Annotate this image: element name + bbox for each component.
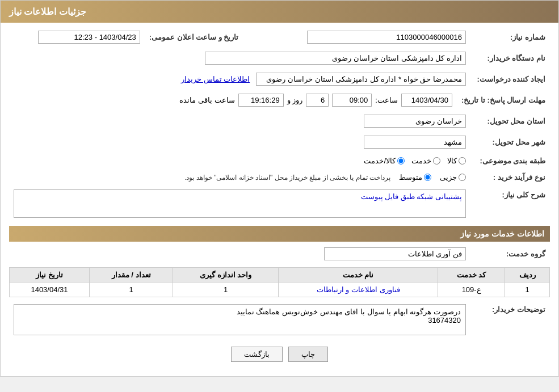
buyer-notes-label: توضیحات خریدار: bbox=[470, 302, 550, 338]
need-number-value: 1103000046000016 bbox=[266, 28, 471, 46]
deadline-time-label: ساعت: bbox=[375, 96, 398, 104]
col-service-name: نام خدمت bbox=[279, 268, 438, 283]
purchase-type-row: جزیی متوسط پرداخت تمام یا بخشی از مبلغ خ… bbox=[9, 171, 470, 184]
announce-label: تاریخ و ساعت اعلان عمومی: bbox=[145, 28, 243, 46]
cell-service-name: فناوری اطلاعات و ارتباطات bbox=[279, 283, 438, 297]
category-radios: کالا خدمت کالا/خدمت bbox=[9, 154, 470, 167]
print-button[interactable]: چاپ bbox=[288, 347, 328, 362]
page-wrapper: جزئیات اطلاعات نیاز شماره نیاز: 11030000… bbox=[0, 0, 559, 377]
buyer-notes-box: درصورت هرگونه ابهام یا سوال با اقای مهند… bbox=[14, 304, 466, 335]
announce-value: 1403/04/23 - 12:23 bbox=[9, 28, 145, 46]
buyer-org-value: اداره کل دامپزشکی استان خراسان رضوی bbox=[9, 49, 470, 67]
radio-jazei-input[interactable] bbox=[459, 174, 466, 181]
col-date: تاریخ نیاز bbox=[10, 268, 90, 283]
info-table-top: شماره نیاز: 1103000046000016 تاریخ و ساع… bbox=[9, 28, 550, 46]
back-button[interactable]: بازگشت bbox=[231, 347, 283, 362]
page-header: جزئیات اطلاعات نیاز bbox=[1, 1, 558, 23]
info-table-description: شرح کلی نیاز: پشتیبانی شبکه طبق فایل پیو… bbox=[9, 187, 550, 220]
col-service-code: کد خدمت bbox=[438, 268, 505, 283]
description-box: پشتیبانی شبکه طبق فایل پیوست bbox=[14, 189, 466, 218]
group-service-label: گروه خدمت: bbox=[470, 245, 550, 263]
description-value: پشتیبانی شبکه طبق فایل پیوست bbox=[9, 187, 470, 220]
col-unit: واحد اندازه گیری bbox=[173, 268, 279, 283]
radio-kala-input[interactable] bbox=[459, 157, 466, 165]
cell-service-code: ع-109 bbox=[438, 283, 505, 297]
info-table-province: استان محل تحویل: خراسان رضوی bbox=[9, 112, 550, 130]
info-table-city: شهر محل تحویل: مشهد bbox=[9, 133, 550, 151]
services-section-title: اطلاعات خدمات مورد نیاز bbox=[9, 226, 550, 242]
main-content: شماره نیاز: 1103000046000016 تاریخ و ساع… bbox=[1, 23, 558, 376]
purchase-type-label: نوع فرآیند خرید : bbox=[470, 171, 550, 184]
cell-date: 1403/04/31 bbox=[10, 283, 90, 297]
page-title: جزئیات اطلاعات نیاز bbox=[9, 7, 86, 16]
table-row: 1 ع-109 فناوری اطلاعات و ارتباطات 1 1 14… bbox=[10, 283, 550, 297]
province-value: خراسان رضوی bbox=[9, 112, 470, 130]
info-table-creator: ایجاد کننده درخواست: محمدرضا حق خواه * ا… bbox=[9, 70, 550, 88]
need-number-label: شماره نیاز: bbox=[470, 28, 550, 46]
info-table-deadline: مهلت ارسال پاسخ: تا تاریخ: 1403/04/30 سا… bbox=[9, 91, 550, 109]
info-table-purchase-type: نوع فرآیند خرید : جزیی متوسط پرداخت تمام… bbox=[9, 171, 550, 184]
radio-kala-khadamat-input[interactable] bbox=[397, 157, 405, 165]
footer-buttons: چاپ بازگشت bbox=[9, 341, 550, 370]
buyer-org-label: نام دستگاه خریدار: bbox=[470, 49, 550, 67]
creator-value: محمدرضا حق خواه * اداره کل دامپزشکی استا… bbox=[9, 70, 470, 88]
info-table-buyer: نام دستگاه خریدار: اداره کل دامپزشکی است… bbox=[9, 49, 550, 67]
cell-quantity: 1 bbox=[89, 283, 173, 297]
buyer-notes-value: درصورت هرگونه ابهام یا سوال با اقای مهند… bbox=[9, 302, 470, 338]
group-service-value: فن آوری اطلاعات bbox=[9, 245, 470, 263]
radio-jazei: جزیی bbox=[440, 173, 466, 182]
creator-label: ایجاد کننده درخواست: bbox=[470, 70, 550, 88]
info-table-category: طبقه بندی موضوعی: کالا خدمت bbox=[9, 154, 550, 167]
deadline-remaining-label: ساعت باقی مانده bbox=[179, 96, 234, 104]
radio-khadamat-input[interactable] bbox=[433, 157, 440, 165]
radio-kala-khadamat: کالا/خدمت bbox=[364, 157, 405, 165]
deadline-label: مهلت ارسال پاسخ: تا تاریخ: bbox=[457, 91, 550, 109]
info-table-group-service: گروه خدمت: فن آوری اطلاعات bbox=[9, 245, 550, 263]
creator-contact-link[interactable]: اطلاعات تماس خریدار bbox=[181, 75, 250, 83]
purchase-type-desc: پرداخت تمام یا بخشی از مبلغ خریداز محل "… bbox=[184, 174, 390, 182]
radio-motavaset: متوسط bbox=[399, 173, 431, 182]
info-table-buyer-notes: توضیحات خریدار: درصورت هرگونه ابهام یا س… bbox=[9, 302, 550, 338]
cell-row-num: 1 bbox=[505, 283, 550, 297]
radio-khadamat: خدمت bbox=[411, 157, 440, 165]
city-label: شهر محل تحویل: bbox=[470, 133, 550, 151]
radio-motavaset-input[interactable] bbox=[424, 174, 431, 181]
city-value: مشهد bbox=[9, 133, 470, 151]
province-label: استان محل تحویل: bbox=[470, 112, 550, 130]
services-table: ردیف کد خدمت نام خدمت واحد اندازه گیری ت… bbox=[9, 267, 550, 297]
category-label: طبقه بندی موضوعی: bbox=[470, 154, 550, 167]
col-quantity: تعداد / مقدار bbox=[89, 268, 173, 283]
description-label: شرح کلی نیاز: bbox=[470, 187, 550, 220]
cell-unit: 1 bbox=[173, 283, 279, 297]
radio-kala: کالا bbox=[447, 157, 466, 165]
deadline-days-label: روز و bbox=[287, 96, 303, 104]
deadline-row: 1403/04/30 ساعت: 09:00 6 روز و 19:16:29 … bbox=[9, 91, 457, 109]
col-row-num: ردیف bbox=[505, 268, 550, 283]
